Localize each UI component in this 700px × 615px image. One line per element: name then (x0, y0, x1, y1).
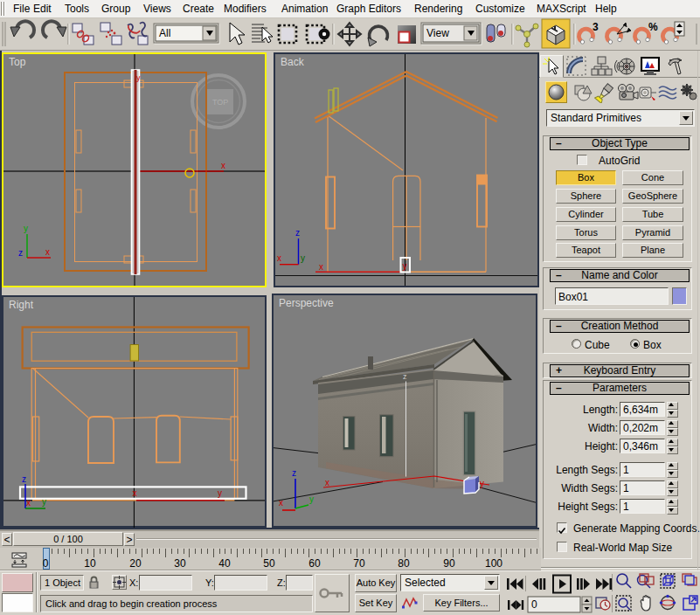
svg-text:y: y (136, 73, 141, 82)
svg-text:x: x (26, 498, 31, 508)
svg-text:z: z (22, 474, 26, 484)
svg-text:z: z (403, 372, 407, 381)
svg-text:x: x (319, 262, 323, 272)
svg-text:z: z (292, 468, 296, 478)
svg-text:z: z (295, 228, 300, 238)
svg-text:y: y (24, 224, 28, 233)
svg-text:y: y (42, 497, 46, 507)
svg-text:TOP: TOP (212, 98, 228, 107)
svg-text:y: y (309, 494, 314, 504)
svg-text:x: x (325, 478, 329, 487)
svg-text:y: y (403, 261, 407, 271)
svg-text:3: 3 (593, 21, 599, 33)
svg-text:%: % (648, 21, 658, 33)
svg-text:x: x (133, 488, 137, 498)
svg-text:x: x (279, 498, 283, 508)
svg-text:View: View (426, 27, 449, 39)
svg-text:y: y (301, 253, 305, 263)
svg-text:y: y (218, 488, 222, 498)
svg-text:x: x (221, 161, 225, 170)
svg-text:x: x (277, 253, 281, 263)
svg-text:z: z (18, 248, 23, 258)
svg-text:y: y (480, 479, 484, 488)
svg-text:All: All (159, 27, 170, 39)
svg-text:x: x (45, 247, 50, 257)
svg-text:0: 0 (531, 598, 537, 611)
